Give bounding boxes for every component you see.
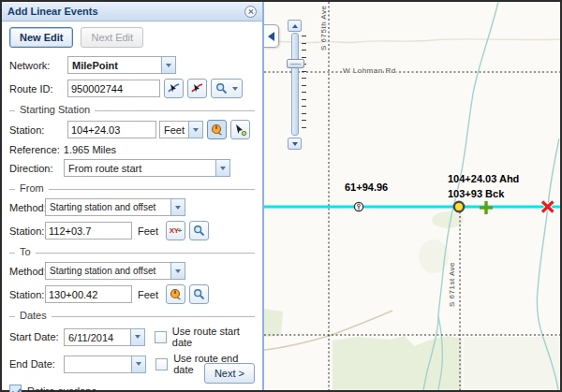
starting-station-input[interactable] — [67, 121, 156, 138]
from-zoom-button[interactable] — [189, 221, 209, 240]
use-route-start-date-checkbox[interactable] — [155, 331, 167, 343]
direction-select[interactable]: From route start — [64, 159, 230, 177]
end-date-value — [64, 356, 131, 373]
road-label-s-675th-ave: S 675th Ave — [319, 2, 328, 51]
network-dropdown-button[interactable] — [161, 56, 176, 74]
panel-title: Add Linear Events — [7, 6, 244, 17]
field-area — [432, 211, 464, 228]
road-label-w-lohman-rd: W Lohman Rd — [343, 66, 396, 75]
to-unit-label: Feet — [138, 289, 162, 300]
chevron-down-icon — [136, 362, 141, 366]
direction-dropdown-button[interactable] — [215, 159, 230, 177]
route-id-input[interactable] — [67, 80, 160, 97]
method-label: Method: — [9, 266, 45, 277]
chevron-left-icon — [268, 32, 274, 41]
station-label-reference: 61+94.96 — [345, 181, 388, 193]
zoom-slider-track[interactable] — [291, 33, 299, 136]
end-date-label: End Date: — [9, 358, 64, 370]
reference-value: 1.965 Miles — [64, 144, 116, 155]
from-method-value: Starting station and offset — [45, 198, 170, 216]
start-date-picker[interactable]: 6/11/2014 — [64, 328, 145, 346]
panel-header[interactable]: Add Linear Events — [2, 2, 262, 22]
new-edit-button[interactable]: New Edit — [9, 27, 73, 48]
network-label: Network: — [9, 60, 67, 71]
reference-row: Reference: 1.965 Miles — [9, 144, 255, 155]
chevron-down-icon — [193, 128, 199, 132]
to-method-select[interactable]: Starting station and offset — [45, 262, 185, 280]
map-graphics — [264, 2, 560, 390]
start-date-row: Start Date: 6/11/2014 Use route start da… — [9, 326, 255, 348]
retire-overlaps-label: Retire overlaps — [27, 385, 96, 392]
starting-station-section: Starting Station Station: Feet — [9, 110, 255, 177]
ahead-plus-marker[interactable] — [480, 201, 493, 214]
from-xy-button[interactable]: XY+ — [166, 221, 185, 240]
plus-icon: + — [178, 226, 183, 235]
station-unit-select[interactable]: Feet — [159, 121, 203, 138]
station-unit-value: Feet — [159, 121, 188, 138]
edit-toolbar: New Edit Next Edit — [9, 27, 255, 48]
chevron-down-icon — [175, 269, 181, 273]
to-legend: To — [15, 246, 36, 257]
contour-line — [264, 39, 560, 43]
station-measure-icon — [210, 123, 224, 137]
station-label-ahead: 104+24.03 Ahd — [448, 173, 519, 184]
start-date-dropdown-button[interactable] — [130, 328, 145, 346]
chevron-down-icon — [232, 87, 238, 91]
method-label: Method: — [9, 202, 45, 213]
pick-station-on-map-button[interactable] — [207, 120, 227, 139]
from-station-input[interactable] — [45, 222, 132, 240]
from-section: From Method: Starting station and offset… — [9, 189, 255, 240]
network-select[interactable]: MilePoint — [67, 56, 176, 74]
pointer-route-blue-icon — [167, 81, 181, 95]
retire-overlaps-checkbox[interactable] — [9, 385, 22, 392]
to-station-input[interactable] — [45, 285, 132, 303]
end-date-picker[interactable] — [64, 356, 146, 373]
to-station-row: Station: Feet — [9, 284, 255, 304]
to-station-label: Station: — [9, 289, 45, 300]
to-pick-station-button[interactable] — [166, 284, 185, 304]
from-method-select[interactable]: Starting station and offset — [45, 198, 185, 216]
end-date-dropdown-button[interactable] — [131, 356, 146, 373]
pointer-route-red-icon — [190, 81, 204, 95]
next-edit-button[interactable]: Next Edit — [81, 27, 143, 48]
to-method-dropdown-button[interactable] — [170, 262, 185, 280]
pointer-node-icon — [233, 123, 247, 137]
direction-label: Direction: — [9, 163, 64, 174]
field-area — [264, 309, 283, 337]
zoom-slider-handle[interactable] — [287, 59, 304, 68]
retire-overlaps-row: Retire overlaps — [9, 385, 255, 392]
route-id-label: Route ID: — [9, 83, 67, 94]
to-section: To Method: Starting station and offset S… — [9, 253, 255, 304]
zoom-slider-ticks — [302, 36, 306, 134]
from-method-dropdown-button[interactable] — [170, 198, 185, 216]
reference-point-marker[interactable] — [354, 202, 362, 211]
to-method-value: Starting station and offset — [45, 262, 170, 280]
collapse-panel-tab[interactable] — [264, 24, 279, 48]
select-route-on-map-button[interactable] — [164, 79, 184, 98]
route-zoom-menu-button[interactable] — [211, 79, 243, 98]
to-zoom-button[interactable] — [189, 284, 209, 304]
station-label-back: 103+93 Bck — [448, 188, 504, 199]
magnifier-icon — [215, 82, 228, 94]
zoom-out-button[interactable] — [288, 138, 302, 150]
close-icon[interactable] — [244, 6, 257, 18]
chevron-down-icon — [292, 142, 298, 146]
select-point-button[interactable] — [230, 120, 250, 139]
from-station-label: Station: — [9, 225, 45, 237]
next-button[interactable]: Next > — [204, 363, 255, 384]
direction-value: From route start — [64, 159, 215, 177]
route-id-row: Route ID: — [9, 79, 255, 98]
unit-dropdown-button[interactable] — [188, 121, 203, 138]
start-date-value: 6/11/2014 — [64, 328, 130, 346]
start-station-marker[interactable] — [454, 202, 464, 211]
map-canvas[interactable]: W Lohman Rd S 675th Ave S 671st Ave 61+9… — [264, 2, 560, 390]
to-method-row: Method: Starting station and offset — [9, 262, 255, 280]
use-route-end-date-checkbox[interactable] — [155, 358, 168, 370]
clear-route-selection-button[interactable] — [187, 79, 207, 98]
zoom-in-button[interactable] — [288, 20, 302, 32]
from-method-row: Method: Starting station and offset — [9, 198, 255, 216]
chevron-down-icon — [175, 206, 181, 210]
from-station-row: Station: Feet XY+ — [9, 221, 255, 240]
road-label-s-671st-ave: S 671st Ave — [448, 238, 456, 307]
network-row: Network: MilePoint — [9, 56, 255, 74]
